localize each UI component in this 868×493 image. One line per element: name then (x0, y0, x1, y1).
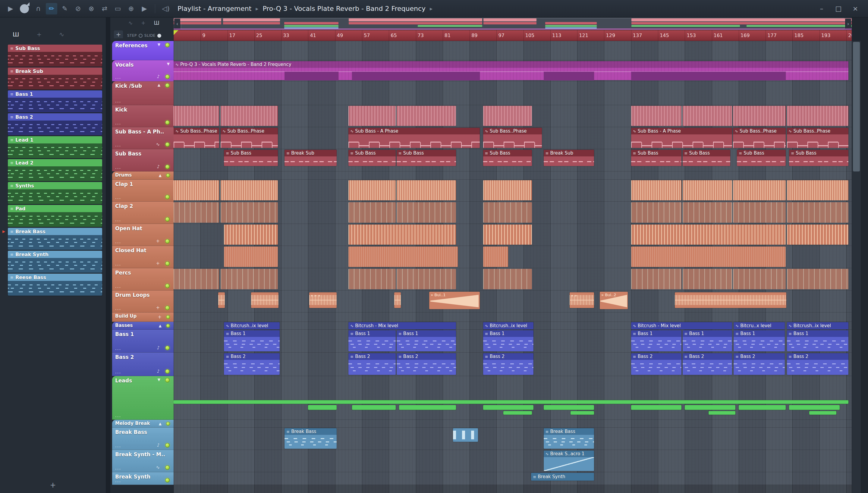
clip-clap[interactable] (174, 180, 219, 200)
track-mute-led[interactable] (166, 174, 170, 177)
track-header-bass2[interactable]: Bass 2...♪ (112, 352, 174, 376)
clip-bitcrush-ix-level[interactable]: ∿Bitcrush..ix level (787, 322, 848, 329)
track-mute-led[interactable] (165, 120, 170, 125)
clip-ticks[interactable] (397, 202, 456, 223)
clip-stripes[interactable] (397, 106, 456, 126)
playlist-row-basses[interactable]: ∿Bitcrush..ix level∿Bitcrush - Mix level… (174, 322, 852, 330)
maximize-button[interactable]: □ (831, 2, 846, 15)
clip-solid[interactable] (631, 246, 786, 267)
track-options-button[interactable]: ... (115, 284, 121, 289)
picker-add-button[interactable]: + (50, 481, 56, 489)
clip-ticks[interactable] (397, 269, 456, 289)
clip-thin[interactable] (685, 405, 735, 410)
playlist-row-kicksub[interactable] (174, 81, 852, 105)
track-header-buildup[interactable]: Build Up+ (112, 313, 174, 322)
picker-item-break-synth[interactable]: ≡Break Synth (8, 251, 102, 273)
clip-bass-1[interactable]: ≡Bass 1 (483, 330, 534, 351)
clip-thin[interactable] (399, 405, 456, 410)
track-options-button[interactable]: ... (115, 306, 121, 311)
clip-break-bass[interactable]: ≡Break Bass (284, 428, 337, 449)
collapse-toggle[interactable]: ▲ (159, 324, 161, 327)
track-mute-led[interactable] (165, 346, 170, 350)
picker-target-icon[interactable]: + (37, 31, 42, 38)
track-mute-led[interactable] (165, 378, 170, 382)
clip-bass-1[interactable]: ≡Bass 1 (348, 330, 395, 351)
playlist-row-leads[interactable] (174, 376, 852, 420)
clip-sub-bass[interactable]: ≡Sub Bass (397, 150, 456, 166)
clip-sub-bass[interactable]: ≡Sub Bass (682, 150, 730, 166)
clip-thin[interactable] (544, 405, 594, 410)
track-mute-led[interactable] (166, 315, 170, 319)
target-toggle-icon[interactable]: + (141, 20, 145, 26)
track-mute-led[interactable] (165, 74, 170, 79)
track-header-references[interactable]: References▼ (112, 41, 174, 60)
playlist-row-drums[interactable] (174, 171, 852, 179)
playback-tool-icon[interactable]: ▶ (139, 3, 150, 15)
clip-bass-1[interactable]: ≡Bass 1 (631, 330, 681, 351)
track-options-button[interactable]: ... (115, 466, 121, 470)
clip-thin[interactable] (483, 405, 534, 410)
track-header-subbassaph[interactable]: Sub Bass - A Ph.....∿ (112, 127, 174, 149)
clip-bass-1[interactable]: ≡Bass 1 (787, 330, 848, 351)
clip-sub-bass[interactable]: ≡Sub Bass (737, 150, 786, 166)
picker-item-break-sub[interactable]: ≡Break Sub (8, 67, 102, 89)
clip-bui-2[interactable]: » Bui..2 (600, 292, 628, 309)
clip-thin[interactable] (352, 405, 396, 410)
clip-break-sub[interactable]: ≡Break Sub (284, 150, 337, 166)
clip-ticks[interactable] (682, 269, 732, 289)
track-mute-led[interactable] (166, 324, 170, 327)
clip-clap[interactable] (787, 180, 848, 200)
automation-toggle-icon[interactable]: ∿ (128, 20, 133, 26)
clip-vblock[interactable] (284, 72, 339, 81)
collapse-toggle[interactable]: ▲ (158, 83, 160, 87)
track-header-melodybreak[interactable]: Melody Break▲ (112, 420, 174, 428)
picker-automation-icon[interactable]: ∿ (59, 31, 64, 38)
collapse-toggle[interactable]: ▼ (167, 62, 170, 66)
vertical-scrollbar[interactable] (852, 41, 861, 493)
track-options-button[interactable]: ... (115, 478, 121, 483)
timeline-ruler[interactable]: 9172533414957657381899710511312112913714… (174, 30, 852, 41)
clip-ticks[interactable] (631, 202, 681, 223)
track-mute-led[interactable] (165, 478, 170, 483)
step-toggle[interactable] (139, 34, 143, 38)
clip-stripes[interactable] (483, 106, 532, 126)
clip-clap[interactable] (733, 180, 786, 200)
clip-clap[interactable] (221, 180, 278, 200)
clip-thin[interactable] (789, 405, 839, 410)
clip-break-s-acro-1[interactable]: ∿Break S..acro 1 (544, 451, 594, 471)
clip-break-bass[interactable]: ≡Break Bass (544, 428, 594, 449)
clip-ticks[interactable] (733, 269, 786, 289)
clip-clap[interactable] (397, 180, 456, 200)
clip-bass-2[interactable]: ≡Bass 2 (397, 353, 456, 375)
clip-bitcrush-mix-level[interactable]: ∿Bitcrush - Mix level (348, 322, 456, 329)
clip-stripes[interactable] (733, 106, 786, 126)
track-options-button[interactable]: ... (115, 218, 121, 222)
playlist-row-subbass[interactable]: ≡Sub Bass≡Break Sub≡Sub Bass≡Sub Bass≡Su… (174, 149, 852, 171)
track-mute-led[interactable] (165, 261, 170, 266)
clip-bui-1[interactable]: » Bui..1 (429, 292, 479, 309)
track-mute-led[interactable] (166, 422, 170, 426)
delete-tool-icon[interactable]: ⊘ (72, 3, 84, 15)
track-header-basses[interactable]: Basses▲ (112, 322, 174, 330)
clip-stripes[interactable] (787, 106, 848, 126)
add-track-button[interactable]: + (114, 30, 123, 38)
playlist-row-drumloops[interactable]: » » »» Bui..1» »» Bui..2 (174, 291, 852, 313)
clip-ticks[interactable] (483, 202, 532, 223)
clip-bass-2[interactable]: ≡Bass 2 (224, 353, 279, 375)
picker-item-lead-2[interactable]: ≡Lead 2 (8, 159, 102, 181)
track-mute-led[interactable] (165, 283, 170, 288)
clip-sub-bass-phase[interactable]: ∿Sub Bass..Phase (483, 128, 542, 148)
clip-vblock[interactable] (352, 72, 480, 81)
clip-ticks[interactable] (221, 202, 278, 223)
track-header-vocals[interactable]: Vocals...♪▼ (112, 60, 174, 81)
clip-bitcrush-mix-level[interactable]: ∿Bitcrush - Mix level (631, 322, 732, 329)
scroll-right-arrow[interactable]: › (845, 19, 851, 29)
playlist-row-openhat[interactable] (174, 224, 852, 246)
clip-solid[interactable] (224, 246, 278, 267)
picker-item-lead-1[interactable]: ≡Lead 1 (8, 136, 102, 158)
track-mute-led[interactable] (165, 142, 170, 147)
clip-bitcru-x-level[interactable]: ∿Bitcru..x level (734, 322, 785, 329)
clip-solid[interactable] (348, 246, 458, 267)
clip-bass-2[interactable]: ≡Bass 2 (787, 353, 848, 375)
clip-break-sub[interactable]: ≡Break Sub (544, 150, 594, 166)
